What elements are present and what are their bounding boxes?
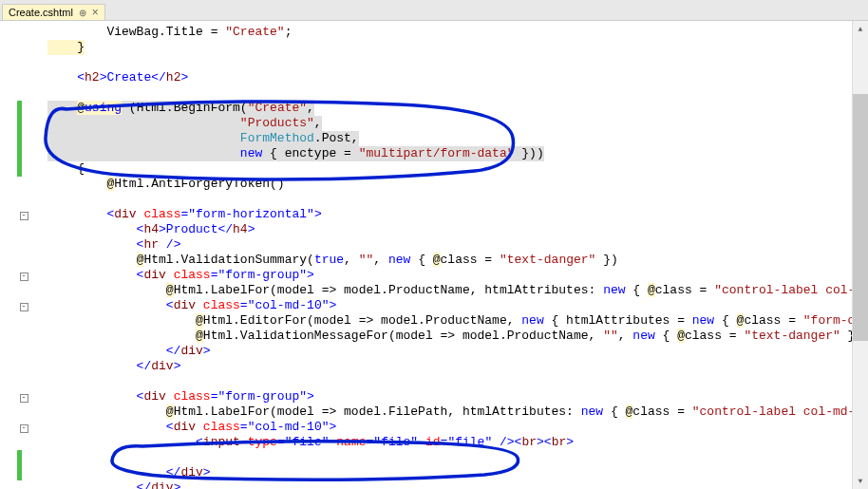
code-text: }) — [595, 253, 617, 267]
code-text — [47, 283, 166, 297]
code-text: div — [151, 359, 173, 373]
code-text: "Products" — [240, 116, 314, 130]
change-marker — [17, 450, 22, 480]
code-text: </ — [47, 344, 180, 358]
code-text: > — [566, 435, 574, 449]
code-text: name — [336, 435, 366, 449]
code-text: new — [581, 404, 603, 419]
code-text: class = — [685, 329, 744, 343]
code-text: { — [655, 329, 677, 343]
code-text: ViewBag.Title = — [47, 25, 225, 39]
code-text: > — [174, 480, 181, 489]
code-text: class — [174, 389, 211, 404]
code-text: col-md-10 — [255, 298, 321, 312]
fold-toggle[interactable]: - — [20, 273, 28, 281]
code-text: class — [174, 268, 211, 282]
code-text: .Post, — [314, 131, 359, 145]
vertical-scrollbar[interactable]: ▲ ▼ — [852, 21, 868, 489]
tab-filename: Create.cshtml — [9, 7, 73, 18]
code-text: =" — [367, 435, 382, 449]
scroll-track[interactable] — [853, 37, 868, 473]
scroll-up-icon[interactable]: ▲ — [853, 21, 868, 37]
code-text: h4 — [143, 222, 159, 236]
code-text: class = — [655, 283, 714, 297]
code-text: file — [455, 435, 484, 449]
code-text: h4 — [233, 222, 248, 236]
fold-toggle[interactable]: - — [20, 394, 28, 403]
code-text: " />< — [484, 435, 521, 449]
code-text — [47, 313, 196, 328]
code-text: class = — [441, 253, 500, 267]
code-text: >Product</ — [159, 222, 233, 236]
code-text: "> — [322, 298, 337, 312]
code-text: =" — [211, 268, 226, 282]
code-text: @ — [77, 101, 85, 115]
code-text: class — [143, 207, 180, 221]
code-text: "" — [603, 329, 618, 343]
code-text: @ — [677, 329, 685, 343]
code-editor[interactable]: ViewBag.Title = "Create"; } <h2>Create</… — [0, 21, 868, 489]
code-text: " — [410, 435, 425, 449]
file-tab[interactable]: Create.cshtml ⊕ × — [2, 4, 105, 20]
code-text: br — [552, 435, 567, 449]
code-text: , — [618, 329, 633, 343]
code-text: id — [425, 435, 441, 449]
code-text: FormMethod — [240, 131, 314, 145]
code-text: new — [692, 313, 714, 328]
code-text: class = — [744, 313, 802, 328]
fold-toggle[interactable]: - — [20, 303, 28, 311]
code-text: "" — [359, 253, 374, 267]
code-text: < — [47, 389, 143, 404]
code-text: div — [151, 480, 173, 489]
fold-toggle[interactable]: - — [20, 212, 28, 220]
code-text — [47, 146, 240, 160]
code-text: "> — [307, 207, 322, 221]
code-text: "multipart/form-data" — [359, 146, 515, 160]
code-text — [47, 131, 240, 145]
code-text: < — [47, 298, 174, 312]
code-text — [47, 404, 166, 419]
code-text: < — [47, 207, 114, 221]
code-text: @ — [196, 313, 203, 328]
code-text: ; — [285, 25, 292, 39]
code-text: form-group — [225, 268, 299, 282]
code-text: >< — [537, 435, 552, 449]
code-text: , — [373, 253, 388, 267]
code-text: { — [714, 313, 736, 328]
scroll-down-icon[interactable]: ▼ — [853, 473, 868, 489]
scroll-thumb[interactable] — [853, 94, 868, 341]
code-text: div — [174, 420, 196, 434]
code-text — [240, 435, 248, 449]
code-text: { htmlAttributes = — [544, 313, 692, 328]
code-text — [166, 268, 174, 282]
code-text: file — [381, 435, 410, 449]
code-text: @ — [196, 329, 203, 343]
code-text: (Html.BeginForm( — [122, 101, 248, 115]
code-text: class — [203, 420, 240, 434]
code-text: > — [180, 70, 188, 85]
code-text: new — [521, 313, 543, 328]
code-text: Html.AntiForgeryToken() — [114, 177, 284, 191]
code-text: type — [248, 435, 277, 449]
code-text — [196, 420, 203, 434]
code-text: > — [203, 344, 211, 358]
close-icon[interactable]: × — [92, 7, 99, 18]
code-text: Html.ValidationSummary( — [143, 253, 313, 267]
code-text: @ — [648, 283, 655, 297]
code-text: div — [174, 298, 196, 312]
code-text: true — [314, 253, 344, 267]
code-text: >Create</ — [100, 70, 166, 85]
code-text: { — [626, 283, 648, 297]
code-text: using — [85, 101, 122, 115]
code-text: hr — [143, 237, 159, 252]
code-text: class — [203, 298, 240, 312]
pin-icon[interactable]: ⊕ — [79, 8, 86, 18]
code-text: @ — [166, 404, 174, 419]
code-text: })) — [515, 146, 544, 160]
code-text: { — [47, 161, 85, 177]
fold-toggle[interactable]: - — [20, 424, 28, 433]
code-text: br — [521, 435, 537, 449]
code-text: new — [240, 146, 262, 160]
code-text: form-group — [225, 389, 299, 404]
code-text: div — [114, 207, 136, 221]
